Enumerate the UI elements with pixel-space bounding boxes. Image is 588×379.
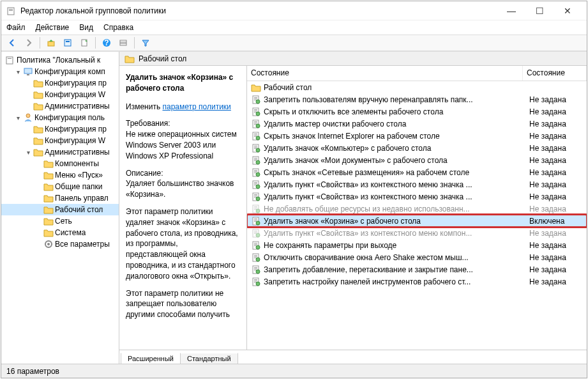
svg-rect-56 bbox=[254, 183, 257, 184]
menu-help[interactable]: Справка bbox=[103, 23, 133, 32]
svg-rect-9 bbox=[120, 40, 126, 45]
minimize-button[interactable]: — bbox=[497, 2, 525, 20]
tree-item[interactable]: Общие папки bbox=[1, 181, 119, 192]
svg-rect-65 bbox=[254, 206, 257, 207]
list-row[interactable]: Скрыть значок Internet Explorer на рабоч… bbox=[247, 130, 587, 142]
tab-standard[interactable]: Стандартный bbox=[180, 353, 238, 364]
list-row[interactable]: Удалить пункт «Свойства» из контекстного… bbox=[247, 178, 587, 190]
tree-item[interactable]: ▾Конфигурация комп bbox=[1, 66, 119, 77]
tree-item[interactable]: Сеть bbox=[1, 215, 119, 227]
tree-item[interactable]: Конфигурация W bbox=[1, 89, 119, 100]
list-rows: Рабочий столЗапретить пользователям вруч… bbox=[247, 81, 587, 350]
svg-point-18 bbox=[47, 243, 50, 245]
svg-point-23 bbox=[256, 100, 260, 104]
list-row[interactable]: Удалить мастер очистки рабочего столаНе … bbox=[247, 118, 587, 130]
description-pane: Удалить значок «Корзина» с рабочего стол… bbox=[119, 66, 247, 350]
maximize-button[interactable]: ☐ bbox=[525, 2, 554, 20]
export-button[interactable] bbox=[77, 36, 91, 50]
svg-rect-46 bbox=[254, 159, 257, 160]
forward-button[interactable] bbox=[22, 36, 36, 50]
tree-item[interactable]: ▾Административны bbox=[1, 146, 119, 158]
svg-rect-30 bbox=[254, 121, 257, 122]
list-row[interactable]: Удалить пункт «Свойства» из контекстного… bbox=[247, 190, 587, 203]
svg-rect-35 bbox=[254, 134, 257, 134]
up-button[interactable] bbox=[44, 36, 58, 50]
list-row[interactable]: Запретить пользователям вручную перенапр… bbox=[247, 93, 587, 105]
list-row[interactable]: Удалить значок «Мои документы» с рабочег… bbox=[247, 154, 587, 166]
svg-rect-31 bbox=[254, 123, 257, 123]
tree-item[interactable]: ▾Конфигурация поль bbox=[1, 112, 119, 123]
back-button[interactable] bbox=[5, 36, 19, 50]
svg-point-33 bbox=[256, 124, 260, 128]
list-button[interactable] bbox=[116, 36, 130, 50]
svg-rect-45 bbox=[254, 158, 257, 159]
svg-rect-66 bbox=[254, 208, 257, 208]
svg-point-68 bbox=[256, 209, 260, 213]
list-row[interactable]: Запретить добавление, перетаскивание и з… bbox=[247, 263, 587, 275]
svg-rect-81 bbox=[254, 244, 257, 245]
tree-item[interactable]: Все параметры bbox=[1, 238, 119, 250]
menu-file[interactable]: Файл bbox=[6, 23, 26, 32]
tree-item[interactable]: Система bbox=[1, 227, 119, 238]
column-state[interactable]: Состояние bbox=[523, 66, 587, 81]
tree-pane: Политика "Локальный к ▾Конфигурация комп… bbox=[1, 52, 119, 364]
svg-rect-0 bbox=[8, 8, 14, 15]
svg-rect-50 bbox=[254, 170, 257, 171]
svg-rect-51 bbox=[254, 171, 257, 172]
list-row[interactable]: Удалить пункт «Свойства» из контекстного… bbox=[247, 227, 587, 239]
svg-rect-90 bbox=[254, 267, 257, 268]
tab-extended[interactable]: Расширенный bbox=[121, 353, 181, 364]
svg-point-63 bbox=[256, 197, 260, 201]
tree-item[interactable]: Конфигурация W bbox=[1, 135, 119, 146]
properties-button[interactable] bbox=[61, 36, 75, 50]
svg-rect-95 bbox=[254, 279, 257, 280]
svg-point-88 bbox=[256, 258, 260, 261]
tree-item[interactable]: Компоненты bbox=[1, 158, 119, 169]
tree-item[interactable]: Панель управл bbox=[1, 192, 119, 204]
toolbar: ? bbox=[1, 35, 587, 51]
svg-rect-40 bbox=[254, 146, 257, 146]
svg-point-28 bbox=[256, 112, 260, 116]
menu-action[interactable]: Действие bbox=[36, 23, 70, 32]
tree-item[interactable]: Конфигурация пр bbox=[1, 77, 119, 89]
svg-point-83 bbox=[256, 245, 260, 249]
edit-policy-link[interactable]: параметр политики bbox=[162, 102, 230, 111]
tree-root[interactable]: Политика "Локальный к bbox=[1, 54, 119, 66]
svg-rect-36 bbox=[254, 135, 257, 135]
svg-rect-2 bbox=[9, 10, 13, 11]
list-row[interactable]: Удалить значок «Корзина» с рабочего стол… bbox=[247, 215, 587, 227]
tree-item[interactable]: Административны bbox=[1, 100, 119, 112]
list-row[interactable]: Скрыть значок «Сетевые размещения» на ра… bbox=[247, 166, 587, 178]
tree-item[interactable]: Конфигурация пр bbox=[1, 123, 119, 135]
menu-view[interactable]: Вид bbox=[79, 23, 93, 32]
list-row[interactable]: Удалить значок «Компьютер» с рабочего ст… bbox=[247, 142, 587, 154]
tree-item[interactable]: Меню «Пуск» bbox=[1, 169, 119, 181]
column-name[interactable]: Состояние bbox=[247, 66, 523, 81]
main-pane: Рабочий стол Удалить значок «Корзина» с … bbox=[119, 52, 587, 364]
svg-rect-96 bbox=[254, 281, 257, 281]
svg-rect-85 bbox=[254, 255, 257, 256]
list-row[interactable]: Не сохранять параметры при выходеНе зада… bbox=[247, 239, 587, 251]
list-row[interactable]: Рабочий стол bbox=[247, 81, 587, 93]
svg-point-73 bbox=[256, 221, 260, 225]
svg-rect-76 bbox=[254, 232, 257, 233]
tree-item[interactable]: Рабочий стол bbox=[1, 204, 119, 215]
list-header: Состояние Состояние bbox=[247, 66, 587, 81]
svg-rect-55 bbox=[254, 182, 257, 183]
svg-rect-14 bbox=[24, 68, 32, 73]
list-pane: Состояние Состояние Рабочий столЗапретит… bbox=[247, 66, 587, 350]
close-button[interactable]: ✕ bbox=[554, 2, 582, 20]
main-header-title: Рабочий стол bbox=[139, 54, 186, 63]
list-row[interactable]: Запретить настройку панелей инструментов… bbox=[247, 275, 587, 288]
svg-rect-70 bbox=[254, 219, 257, 219]
svg-rect-71 bbox=[254, 220, 257, 220]
list-row[interactable]: Не добавлять общие ресурсы из недавно ис… bbox=[247, 203, 587, 215]
svg-rect-26 bbox=[254, 111, 257, 111]
svg-rect-12 bbox=[6, 57, 13, 64]
help-button[interactable]: ? bbox=[100, 36, 114, 50]
content-area: Политика "Локальный к ▾Конфигурация комп… bbox=[1, 51, 587, 364]
list-row[interactable]: Отключить сворачивание окна Aero Shake ж… bbox=[247, 251, 587, 263]
filter-button[interactable] bbox=[139, 36, 153, 50]
list-row[interactable]: Скрыть и отключить все элементы рабочего… bbox=[247, 105, 587, 118]
svg-point-16 bbox=[26, 114, 30, 118]
